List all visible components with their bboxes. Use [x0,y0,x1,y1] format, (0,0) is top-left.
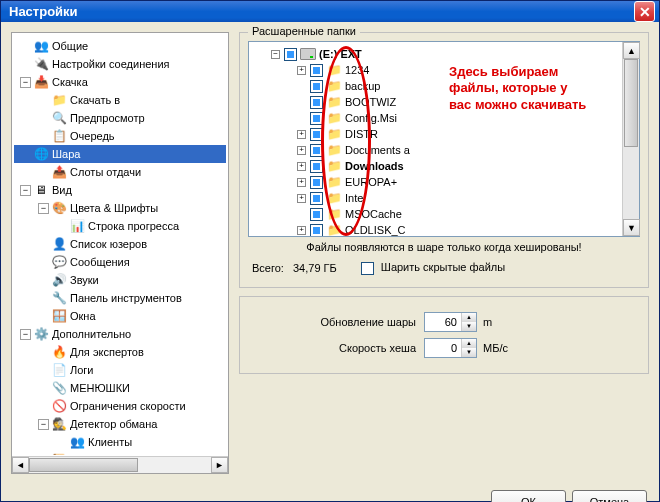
total-value: 34,79 ГБ [293,262,337,274]
cancel-button[interactable]: Отмена [572,490,647,502]
expand-icon[interactable]: + [297,226,306,235]
folder-checkbox[interactable] [310,80,323,93]
collapse-icon[interactable]: − [271,50,280,59]
tree-item[interactable]: 📜Сертификат безопасности [14,451,226,455]
folder-checkbox[interactable] [310,96,323,109]
folder-row[interactable]: +📁EUROPA+ [253,174,635,190]
spin-up-icon[interactable]: ▲ [461,313,476,322]
tree-item[interactable]: 📄Логи [14,361,226,379]
folder-row[interactable]: 📁MSOCache [253,206,635,222]
tree-item[interactable]: 🔌Настройки соединения [14,55,226,73]
collapse-icon[interactable]: − [20,329,31,340]
refresh-group: Обновление шары ▲ ▼ m Скорость хеша [239,296,649,374]
tree-item[interactable]: 📁Скачать в [14,91,226,109]
tree-item[interactable]: 🔍Предпросмотр [14,109,226,127]
refresh-spinner[interactable]: ▲ ▼ [424,312,477,332]
tree-item[interactable]: 💬Сообщения [14,253,226,271]
tree-item[interactable]: 🔊Звуки [14,271,226,289]
hash-speed-input[interactable] [425,339,461,357]
folder-row[interactable]: 📁BOOTWIZ [253,94,635,110]
expand-icon[interactable]: + [297,130,306,139]
tree-item[interactable]: −⚙️Дополнительно [14,325,226,343]
folder-checkbox[interactable] [310,224,323,237]
tree-item[interactable]: −📥Скачка [14,73,226,91]
close-button[interactable]: ✕ [634,1,655,22]
tree-item[interactable]: 👥Клиенты [14,433,226,451]
scroll-up-icon[interactable]: ▲ [623,42,640,59]
expand-icon[interactable]: + [297,178,306,187]
tree-item[interactable]: 📋Очередь [14,127,226,145]
tree-item[interactable]: 🔥Для экспертов [14,343,226,361]
folder-row[interactable]: +📁1234 [253,62,635,78]
tree-item[interactable]: 🔧Панель инструментов [14,289,226,307]
folder-icon: 📁 [326,174,342,190]
tree-item[interactable]: −🕵Детектор обмана [14,415,226,433]
tree-item[interactable]: 👤Список юзеров [14,235,226,253]
spin-down-icon[interactable]: ▼ [461,322,476,331]
folder-row[interactable]: 📁backup [253,78,635,94]
tree-item[interactable]: 🪟Окна [14,307,226,325]
expand-icon[interactable]: + [297,194,306,203]
folder-icon: 📁 [326,62,342,78]
folder-checkbox[interactable] [310,64,323,77]
tree-item[interactable]: 📤Слоты отдачи [14,163,226,181]
tree-item[interactable]: 🚫Ограничения скорости [14,397,226,415]
collapse-icon[interactable]: − [38,203,49,214]
tree-item[interactable]: 📊Строка прогресса [14,217,226,235]
folder-checkbox[interactable] [310,128,323,141]
tree-item[interactable]: 📎МЕНЮШКИ [14,379,226,397]
folder-row[interactable]: +📁Downloads [253,158,635,174]
tree-item-icon: 📋 [51,128,67,144]
folder-checkbox[interactable] [310,160,323,173]
tree-item-label: Детектор обмана [70,418,157,430]
hash-speed-spinner[interactable]: ▲ ▼ [424,338,477,358]
folder-checkbox[interactable] [310,112,323,125]
tree-item[interactable]: −🎨Цвета & Шрифты [14,199,226,217]
shared-folders-tree[interactable]: − (E:) EXT +📁1234📁backup📁BOOTWIZ📁Config.… [248,41,640,237]
category-tree[interactable]: 👥Общие🔌Настройки соединения−📥Скачка📁Скач… [12,33,228,455]
expand-icon[interactable]: + [297,146,306,155]
collapse-icon[interactable]: − [20,77,31,88]
folder-checkbox[interactable] [310,176,323,189]
folder-row[interactable]: +📁DISTR [253,126,635,142]
scroll-track-v[interactable] [623,59,639,219]
tree-item[interactable]: 👥Общие [14,37,226,55]
collapse-icon[interactable]: − [38,419,49,430]
spin-down-icon[interactable]: ▼ [461,348,476,357]
expand-icon[interactable]: + [297,66,306,75]
titlebar[interactable]: Настройки ✕ [1,1,659,22]
folder-label: OLDLISK_C [345,224,406,236]
expand-icon[interactable]: + [297,162,306,171]
folder-row[interactable]: +📁Documents a [253,142,635,158]
tree-item-icon: 💬 [51,254,67,270]
folder-row[interactable]: 📁Config.Msi [253,110,635,126]
tree-item-icon: 🖥 [33,182,49,198]
tree-item[interactable]: 🌐Шара [14,145,226,163]
scroll-right-icon[interactable]: ► [211,457,228,473]
folder-checkbox[interactable] [310,192,323,205]
list-scrollbar[interactable]: ▲ ▼ [622,42,639,236]
total-label: Всего: [252,262,284,274]
drive-row[interactable]: − (E:) EXT [253,46,635,62]
share-hidden-option[interactable]: Шарить скрытые файлы [361,261,505,275]
scroll-track[interactable] [29,457,211,473]
scroll-down-icon[interactable]: ▼ [623,219,640,236]
tree-item-label: Цвета & Шрифты [70,202,158,214]
folder-row[interactable]: +📁OLDLISK_C [253,222,635,236]
tree-item-icon: 🌐 [33,146,49,162]
refresh-input[interactable] [425,313,461,331]
scroll-thumb[interactable] [29,458,138,472]
folder-row[interactable]: +📁Intel [253,190,635,206]
folder-checkbox[interactable] [310,144,323,157]
ok-button[interactable]: ОК [491,490,566,502]
folder-checkbox[interactable] [310,208,323,221]
tree-item[interactable]: −🖥Вид [14,181,226,199]
scroll-left-icon[interactable]: ◄ [12,457,29,473]
folder-label: BOOTWIZ [345,96,396,108]
share-hidden-checkbox[interactable] [361,262,374,275]
drive-checkbox[interactable] [284,48,297,61]
spin-up-icon[interactable]: ▲ [461,339,476,348]
scroll-thumb-v[interactable] [624,59,638,147]
collapse-icon[interactable]: − [20,185,31,196]
tree-scrollbar[interactable]: ◄ ► [12,456,228,473]
